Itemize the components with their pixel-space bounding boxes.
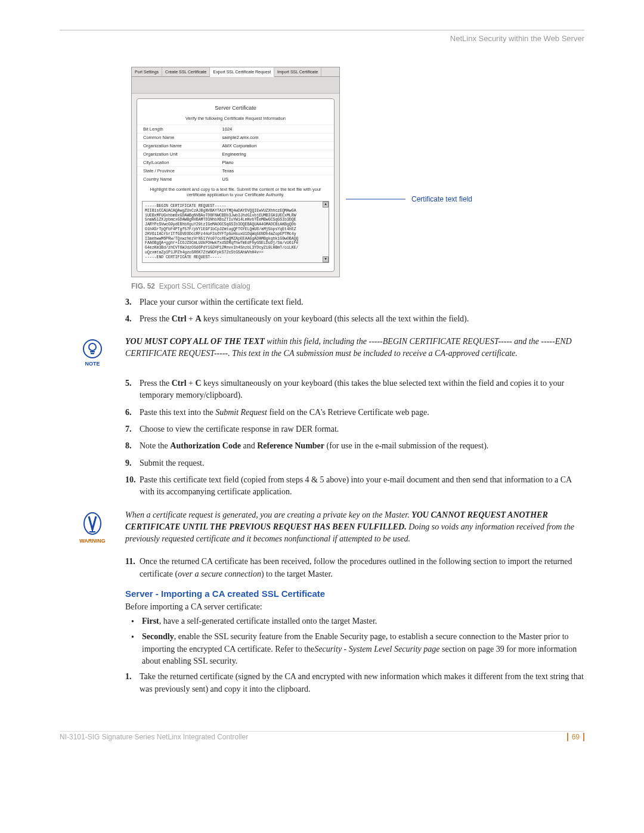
- cert-row: Organization NameAMX Corporation: [137, 141, 334, 150]
- tab-export-ssl[interactable]: Export SSL Certificate Request: [210, 67, 274, 77]
- step-num: 7.: [125, 423, 140, 435]
- page-footer: NI-3101-SIG Signature Series NetLinx Int…: [60, 731, 584, 741]
- dialog-toolbar: [132, 77, 339, 94]
- note-icon: NOTE: [60, 336, 125, 367]
- note-block: NOTE YOU MUST COPY ALL OF THE TEXT withi…: [60, 336, 584, 367]
- list-item: First, have a self-generated certificate…: [142, 615, 584, 627]
- step-body: Place your cursor within the certificate…: [140, 296, 584, 308]
- cert-row-value: sample2.amx.com: [220, 135, 334, 140]
- step-body: Note the Authorization Code and Referenc…: [140, 440, 584, 452]
- certificate-text-content: -----BEGIN CERTIFICATE REQUEST----- MIIB…: [145, 204, 326, 260]
- tab-import-ssl[interactable]: Import SSL Certificate: [274, 67, 321, 76]
- cert-row-label: Bit Length: [137, 126, 220, 132]
- note-text: YOU MUST COPY ALL OF THE TEXT within thi…: [125, 336, 584, 360]
- server-certificate-panel: Server Certificate Verify the following …: [137, 98, 335, 272]
- warning-text: When a certificate request is generated,…: [125, 509, 584, 546]
- figure-caption: FIG. 52 Export SSL Certificate dialog: [131, 282, 584, 290]
- cert-row-value: AMX Corporation: [220, 143, 334, 148]
- step-body: Once the returned CA certificate has bee…: [140, 556, 584, 580]
- footer-doc-title: NI-3101-SIG Signature Series NetLinx Int…: [60, 733, 248, 741]
- dialog-tabs: Port Settings Create SSL Certificate Exp…: [132, 67, 339, 77]
- section-heading: Server - Importing a CA created SSL Cert…: [125, 589, 584, 599]
- export-ssl-dialog: Port Settings Create SSL Certificate Exp…: [131, 67, 340, 277]
- steps-group-b: 5. Press the Ctrl + C keys simultaneousl…: [125, 377, 584, 498]
- step-body: Submit the request.: [140, 457, 584, 469]
- step-num: 10.: [125, 474, 140, 498]
- tab-port-settings[interactable]: Port Settings: [132, 67, 162, 76]
- cert-row: Bit Length1024: [137, 125, 334, 133]
- step-num: 3.: [125, 296, 140, 308]
- bullet-list: First, have a self-generated certificate…: [125, 615, 584, 667]
- panel-subtitle: Verify the following Certificate Request…: [137, 116, 334, 125]
- cert-row-label: Organization Unit: [137, 151, 220, 157]
- callout-label: Certificate text field: [411, 195, 472, 203]
- cert-row-label: City/Location: [137, 160, 220, 165]
- panel-title: Server Certificate: [137, 103, 334, 116]
- step-body: Paste this certificate text field (copie…: [140, 474, 584, 498]
- steps-group-a: 3. Place your cursor within the certific…: [125, 296, 584, 326]
- warning-block: WARNING When a certificate request is ge…: [60, 509, 584, 546]
- cert-row: City/LocationPlano: [137, 158, 334, 166]
- tab-create-ssl[interactable]: Create SSL Certificate: [162, 67, 210, 76]
- cert-row-label: Country Name: [137, 176, 220, 182]
- step-num: 6.: [125, 407, 140, 419]
- cert-row: Organization UnitEngineering: [137, 150, 334, 158]
- warning-icon: WARNING: [60, 509, 125, 544]
- cert-row: Common Namesample2.amx.com: [137, 133, 334, 141]
- svg-point-1: [83, 340, 101, 358]
- cert-row: Country NameUS: [137, 175, 334, 183]
- step-num: 8.: [125, 440, 140, 452]
- step-body: Press the Ctrl + A keys simultaneously o…: [140, 313, 584, 325]
- cert-row: State / ProvinceTexas: [137, 166, 334, 175]
- page-number: 69: [567, 733, 584, 741]
- step-num: 5.: [125, 377, 140, 402]
- page-header: NetLinx Security within the Web Server: [60, 34, 584, 43]
- steps-group-c: 11. Once the returned CA certificate has…: [125, 556, 584, 580]
- cert-row-value: 1024: [220, 126, 334, 132]
- step-body: Take the returned certificate (signed by…: [140, 671, 584, 695]
- steps-group-d: 1. Take the returned certificate (signed…: [125, 671, 584, 695]
- scroll-down-icon[interactable]: ▼: [323, 256, 329, 262]
- step-num: 1.: [125, 671, 140, 695]
- list-item: Secondly, enable the SSL security featur…: [142, 631, 584, 667]
- cert-row-label: Common Name: [137, 135, 220, 140]
- step-body: Press the Ctrl + C keys simultaneously o…: [140, 377, 584, 402]
- cert-row-label: State / Province: [137, 168, 220, 174]
- svg-point-2: [89, 343, 96, 351]
- step-body: Choose to view the certificate response …: [140, 423, 584, 435]
- step-num: 4.: [125, 313, 140, 325]
- section-intro: Before importing a CA server certificate…: [125, 602, 584, 612]
- step-num: 9.: [125, 457, 140, 469]
- cert-row-value: Engineering: [220, 151, 334, 157]
- cert-instruction: Highlight the content and copy to a text…: [137, 183, 334, 201]
- cert-row-value: US: [220, 176, 334, 182]
- cert-row-value: Texas: [220, 168, 334, 174]
- cert-row-label: Organization Name: [137, 143, 220, 148]
- callout-arrow: Certificate text field: [346, 195, 472, 203]
- step-body: Paste this text into the Submit Request …: [140, 407, 584, 419]
- certificate-text-field[interactable]: ▲ -----BEGIN CERTIFICATE REQUEST----- MI…: [142, 201, 329, 263]
- cert-row-value: Plano: [220, 160, 334, 165]
- step-num: 11.: [125, 556, 140, 580]
- scroll-up-icon[interactable]: ▲: [323, 202, 329, 208]
- header-rule: [60, 30, 584, 30]
